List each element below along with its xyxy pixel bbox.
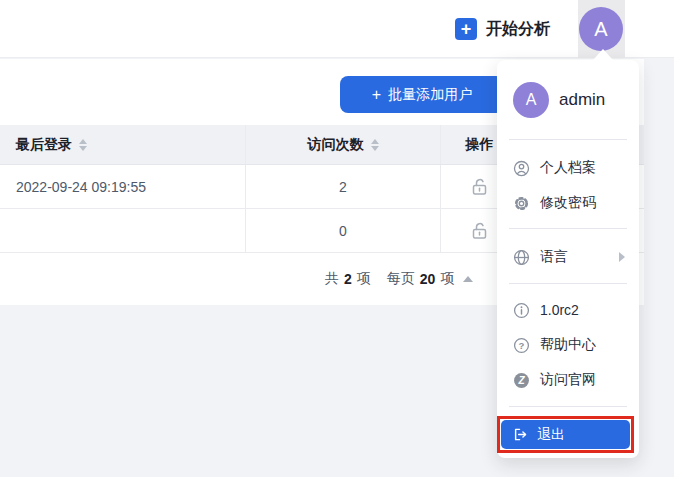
sort-carets-icon[interactable] [371, 139, 379, 151]
svg-text:Z: Z [517, 375, 525, 386]
screen: + 开始分析 A + 批量添加用户 最后登录 访问次数 [0, 0, 674, 477]
info-icon [513, 302, 530, 319]
plus-icon: + [372, 87, 381, 103]
user-dropdown-menu: A admin 个人档案 修改密码 [497, 60, 639, 458]
divider [509, 406, 627, 407]
pagination: 共 2 项 每页 20 项 [325, 253, 473, 305]
gear-icon [513, 195, 530, 212]
sort-carets-icon[interactable] [79, 139, 87, 151]
start-analysis-label: 开始分析 [486, 19, 550, 40]
logout-menu-item[interactable]: 退出 [501, 420, 630, 449]
question-icon: ? [513, 337, 530, 354]
page-size-select[interactable]: 每页 20 项 [387, 270, 474, 288]
unlock-icon[interactable] [470, 221, 490, 241]
caret-up-icon[interactable] [463, 276, 473, 282]
visits-cell: 0 [245, 209, 440, 252]
divider [509, 228, 627, 229]
column-header-last-login[interactable]: 最后登录 [0, 125, 245, 164]
visits-cell: 2 [245, 165, 440, 208]
globe-icon [513, 249, 530, 266]
menu-item-version: 1.0rc2 [497, 296, 639, 324]
avatar-letter: A [594, 18, 607, 41]
total-count: 共 2 项 [325, 270, 371, 288]
last-login-cell [0, 209, 245, 252]
menu-item-official-website[interactable]: Z 访问官网 [497, 366, 639, 394]
menu-item-language[interactable]: 语言 [497, 243, 639, 271]
divider [509, 283, 627, 284]
unlock-icon[interactable] [470, 177, 490, 197]
start-analysis-button[interactable]: + 开始分析 [455, 15, 550, 43]
menu-item-help-center[interactable]: ? 帮助中心 [497, 331, 639, 359]
username: admin [559, 90, 605, 110]
column-header-visits[interactable]: 访问次数 [245, 125, 440, 164]
website-logo-icon: Z [513, 372, 530, 389]
avatar: A [513, 82, 549, 118]
popover-arrow [593, 49, 613, 60]
avatar: A [579, 7, 623, 51]
user-icon [513, 160, 530, 177]
menu-item-profile[interactable]: 个人档案 [497, 154, 639, 182]
logout-icon [513, 427, 528, 442]
submenu-caret-icon [619, 252, 625, 262]
dropdown-user-row: A admin [513, 82, 605, 118]
menu-item-change-password[interactable]: 修改密码 [497, 189, 639, 217]
plus-icon: + [455, 18, 477, 40]
last-login-cell: 2022-09-24 09:19:55 [0, 165, 245, 208]
divider [509, 139, 627, 140]
top-header: + 开始分析 A [0, 0, 674, 58]
batch-add-users-button[interactable]: + 批量添加用户 [340, 76, 504, 113]
batch-add-users-label: 批量添加用户 [388, 86, 472, 104]
svg-text:?: ? [519, 340, 525, 351]
